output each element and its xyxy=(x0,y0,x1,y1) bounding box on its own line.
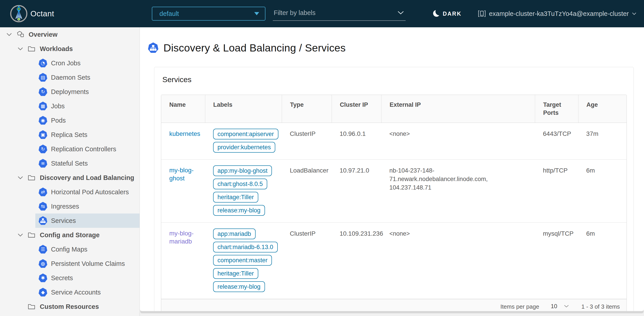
column-header-labels: Labels xyxy=(205,95,282,123)
dark-theme-toggle[interactable]: DARK xyxy=(432,10,462,18)
pvc-icon: ◍ xyxy=(38,259,48,268)
sidebar-item-daemon-sets[interactable]: ▤Daemon Sets xyxy=(35,70,140,85)
secrets-icon: ✱ xyxy=(38,273,48,282)
sidebar-item-workloads[interactable]: Workloads xyxy=(0,42,140,56)
table-header-row: NameLabelsTypeCluster IPExternal IPTarge… xyxy=(161,95,626,123)
sidebar-item-config-maps[interactable]: ☰Config Maps xyxy=(35,242,140,256)
sidebar-item-label: Horizontal Pod Autoscalers xyxy=(51,188,129,196)
caret-down-icon[interactable] xyxy=(6,33,12,36)
hpa-icon: ⇄ xyxy=(38,188,48,196)
services-table: NameLabelsTypeCluster IPExternal IPTarge… xyxy=(161,95,627,311)
overview-icon xyxy=(16,31,24,38)
service-link[interactable]: my-blog-mariadb xyxy=(169,229,197,245)
chevron-down-icon xyxy=(564,305,569,308)
jobs-icon: ▦ xyxy=(38,102,48,111)
page-header: Discovery & Load Balancing / Services xyxy=(148,42,644,54)
items-per-page-label: Items per page xyxy=(500,303,539,310)
sidebar-item-cron-jobs[interactable]: ◔Cron Jobs xyxy=(35,56,140,70)
sidebar-item-service-accounts[interactable]: ◆Service Accounts xyxy=(35,285,140,299)
sidebar-item-label: Config Maps xyxy=(51,246,88,253)
folder-icon xyxy=(28,45,35,53)
items-per-page-value: 10 xyxy=(551,303,557,310)
configmaps-icon: ☰ xyxy=(38,245,48,254)
sidebar-item-deployments[interactable]: ↻Deployments xyxy=(35,85,140,99)
octant-logo-icon xyxy=(10,5,28,23)
sidebar-item-discovery-and-load-balancing[interactable]: Discovery and Load Balancing xyxy=(0,171,140,185)
chevron-down-icon xyxy=(632,12,636,15)
sidebar-item-jobs[interactable]: ▦Jobs xyxy=(35,99,140,113)
column-header-external-ip: External IP xyxy=(381,95,535,123)
sidebar-item-label: Overview xyxy=(28,31,58,38)
label-tag: release:my-blog xyxy=(213,281,265,292)
sidebar-item-label: Discovery and Load Balancing xyxy=(40,174,134,181)
filter-by-labels-input[interactable]: Filter by labels xyxy=(273,7,406,21)
label-tag: heritage:Tiller xyxy=(213,268,258,279)
column-header-type: Type xyxy=(282,95,332,123)
folder-icon xyxy=(28,303,35,310)
column-header-age: Age xyxy=(578,95,626,123)
sidebar-item-custom-resources[interactable]: Custom Resources xyxy=(0,299,140,314)
replicationcontrollers-icon: ↻ xyxy=(38,145,48,154)
label-tag: app:mariadb xyxy=(213,228,256,239)
app-title: Octant xyxy=(30,9,54,18)
sidebar-item-horizontal-pod-autoscalers[interactable]: ⇄Horizontal Pod Autoscalers xyxy=(35,185,140,199)
cell-labels: app:my-blog-ghostchart:ghost-8.0.5herita… xyxy=(205,160,282,222)
sidebar-item-pods[interactable]: ◉Pods xyxy=(35,113,140,128)
services-card: Services NameLabelsTypeCluster IPExterna… xyxy=(154,67,634,311)
sidebar-item-replication-controllers[interactable]: ↻Replication Controllers xyxy=(35,142,140,156)
cell-age: 6m xyxy=(578,223,626,299)
column-header-name: Name xyxy=(161,95,205,123)
caret-down-icon[interactable] xyxy=(18,47,23,51)
table-row: my-blog-mariadbapp:mariadbchart:mariadb-… xyxy=(161,223,626,299)
sidebar-item-replica-sets[interactable]: ▣Replica Sets xyxy=(35,128,140,142)
sidebar-item-stateful-sets[interactable]: ≡Stateful Sets xyxy=(35,156,140,171)
moon-icon xyxy=(431,9,440,18)
serviceaccounts-icon: ◆ xyxy=(38,288,48,297)
namespace-select[interactable]: default xyxy=(152,7,266,21)
sidebar-item-label: Persistent Volume Claims xyxy=(51,260,125,267)
service-link[interactable]: my-blog-ghost xyxy=(169,166,197,182)
context-switcher-label: example-cluster-ka3TuTzYo4a@example-clus… xyxy=(489,10,629,18)
table-row: kubernetescomponent:apiserverprovider:ku… xyxy=(161,123,626,160)
cell-external-ip: <none> xyxy=(381,123,535,159)
items-per-page-select[interactable]: 10 xyxy=(548,302,571,311)
cell-name: my-blog-ghost xyxy=(161,160,205,222)
label-tag: component:master xyxy=(213,255,272,266)
sidebar-item-ingresses[interactable]: ⇆Ingresses xyxy=(35,199,140,213)
sidebar-item-overview[interactable]: Overview xyxy=(0,27,140,42)
cell-name: my-blog-mariadb xyxy=(161,223,205,299)
theme-toggle-label: DARK xyxy=(443,11,462,17)
sidebar-item-label: Daemon Sets xyxy=(51,74,90,81)
service-link[interactable]: kubernetes xyxy=(169,130,200,138)
sidebar-item-config-and-storage[interactable]: Config and Storage xyxy=(0,228,140,242)
context-switcher[interactable]: example-cluster-ka3TuTzYo4a@example-clus… xyxy=(478,10,636,18)
ingresses-icon: ⇆ xyxy=(38,202,48,211)
sidebar-item-persistent-volume-claims[interactable]: ◍Persistent Volume Claims xyxy=(35,256,140,271)
card-title: Services xyxy=(162,75,627,84)
filter-placeholder: Filter by labels xyxy=(274,9,316,17)
sidebar-item-secrets[interactable]: ✱Secrets xyxy=(35,271,140,285)
sidebar-item-label: Replica Sets xyxy=(51,131,88,139)
sidebar-item-label: Ingresses xyxy=(51,203,79,210)
replicasets-icon: ▣ xyxy=(38,130,48,139)
table-row: my-blog-ghostapp:my-blog-ghostchart:ghos… xyxy=(161,160,626,223)
cell-labels: component:apiserverprovider:kubernetes xyxy=(205,123,282,159)
table-footer: Items per page 10 1 - 3 of 3 items xyxy=(161,299,626,311)
pods-icon: ◉ xyxy=(38,116,48,125)
label-tag: heritage:Tiller xyxy=(213,192,258,203)
sidebar-item-services[interactable]: Services xyxy=(35,213,140,228)
caret-down-icon[interactable] xyxy=(18,233,23,237)
sidebar-item-label: Replication Controllers xyxy=(51,145,116,153)
sidebar-item-label: Cron Jobs xyxy=(51,60,80,67)
cell-cluster-ip: 10.96.0.1 xyxy=(332,123,382,159)
cell-type: ClusterIP xyxy=(282,223,332,299)
sidebar-item-label: Secrets xyxy=(51,274,73,282)
label-tag: chart:ghost-8.0.5 xyxy=(213,179,268,189)
cell-cluster-ip: 10.97.21.0 xyxy=(332,160,382,222)
cell-target-ports: http/TCP xyxy=(535,160,578,222)
caret-down-icon[interactable] xyxy=(18,176,23,179)
column-header-target-ports: Target Ports xyxy=(535,95,578,123)
cell-cluster-ip: 10.109.231.236 xyxy=(332,223,382,299)
folder-icon xyxy=(28,231,35,239)
label-tag: chart:mariadb-6.13.0 xyxy=(213,242,278,252)
